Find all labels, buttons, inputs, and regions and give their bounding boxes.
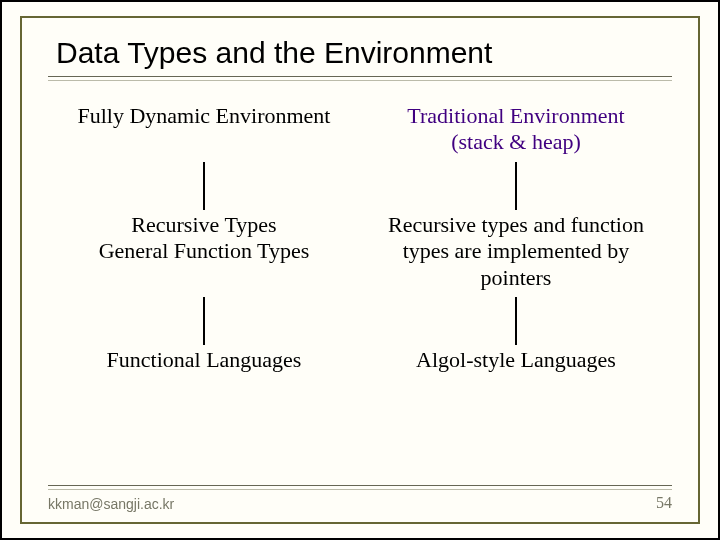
row-top: Fully Dynamic Environment Traditional En… <box>48 103 672 156</box>
vline-right-1 <box>515 162 517 210</box>
diagram: Fully Dynamic Environment Traditional En… <box>48 103 672 373</box>
slide: Data Types and the Environment Fully Dyn… <box>0 0 720 540</box>
slide-inner: Data Types and the Environment Fully Dyn… <box>20 16 700 524</box>
vline-left-2 <box>203 297 205 345</box>
vline-left-1 <box>203 162 205 210</box>
cell-top-right-line1: Traditional Environment <box>407 103 624 128</box>
footer-rule <box>48 485 672 490</box>
cell-mid-left-line1: Recursive Types <box>131 212 276 237</box>
cell-top-right-line2: (stack & heap) <box>451 129 581 154</box>
vline-right-2 <box>515 297 517 345</box>
cell-top-left: Fully Dynamic Environment <box>67 103 342 156</box>
footer-page-number: 54 <box>656 494 672 512</box>
page-title: Data Types and the Environment <box>56 36 672 70</box>
connectors-2 <box>48 297 672 345</box>
row-mid: Recursive Types General Function Types R… <box>48 212 672 291</box>
cell-bottom-left: Functional Languages <box>67 347 342 373</box>
row-bottom: Functional Languages Algol-style Languag… <box>48 347 672 373</box>
connectors-1 <box>48 162 672 210</box>
footer-email: kkman@sangji.ac.kr <box>48 496 174 512</box>
title-rule <box>48 76 672 81</box>
cell-top-right: Traditional Environment (stack & heap) <box>379 103 654 156</box>
cell-mid-right: Recursive types and function types are i… <box>379 212 654 291</box>
cell-mid-left: Recursive Types General Function Types <box>67 212 342 291</box>
footer: kkman@sangji.ac.kr 54 <box>48 494 672 512</box>
cell-bottom-right: Algol-style Languages <box>379 347 654 373</box>
cell-mid-left-line2: General Function Types <box>99 238 310 263</box>
